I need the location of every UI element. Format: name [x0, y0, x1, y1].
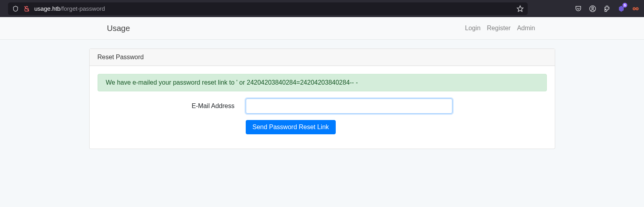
extension-badge-count: 5 [622, 3, 627, 8]
url-text[interactable]: usage.htb/forget-password [34, 5, 513, 12]
send-reset-link-button[interactable]: Send Password Reset Link [246, 120, 336, 134]
nav-links: Login Register Admin [465, 25, 535, 32]
email-row: E-Mail Address [98, 99, 547, 114]
brand-link[interactable]: Usage [107, 24, 130, 33]
svg-point-8 [636, 8, 638, 9]
submit-row: Send Password Reset Link [98, 120, 547, 134]
svg-point-7 [634, 8, 635, 9]
shield-icon[interactable] [12, 5, 19, 12]
url-bar[interactable]: usage.htb/forget-password [8, 2, 528, 15]
bookmark-star-icon[interactable] [517, 5, 524, 12]
nav-login[interactable]: Login [465, 25, 480, 32]
page-navbar: Usage Login Register Admin [0, 17, 644, 40]
email-input[interactable] [246, 99, 452, 114]
foxy-proxy-icon[interactable] [632, 5, 639, 12]
chrome-right-icons: 5 [575, 5, 639, 12]
extensions-icon[interactable] [603, 5, 611, 12]
pocket-icon[interactable] [575, 5, 582, 12]
account-icon[interactable] [589, 5, 596, 12]
lock-insecure-icon[interactable] [23, 5, 30, 12]
url-path: /forget-password [61, 5, 105, 12]
success-alert: We have e-mailed your password reset lin… [98, 74, 547, 91]
svg-point-4 [592, 7, 594, 9]
card-header: Reset Password [90, 49, 555, 66]
browser-chrome: usage.htb/forget-password 5 [0, 0, 644, 17]
main-container: Reset Password We have e-mailed your pas… [83, 40, 561, 158]
svg-marker-2 [517, 6, 523, 11]
email-label: E-Mail Address [98, 103, 246, 110]
card-body: We have e-mailed your password reset lin… [90, 66, 555, 149]
extension-badge-icon[interactable]: 5 [618, 5, 625, 12]
nav-register[interactable]: Register [487, 25, 511, 32]
url-domain: usage.htb [34, 5, 61, 12]
reset-password-card: Reset Password We have e-mailed your pas… [89, 48, 555, 149]
nav-admin[interactable]: Admin [517, 25, 535, 32]
